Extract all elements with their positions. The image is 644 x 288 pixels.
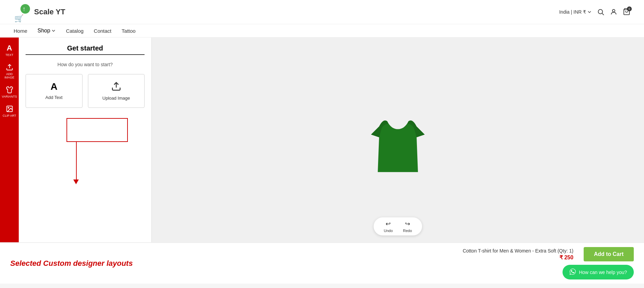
variants-icon <box>6 86 13 94</box>
chevron-down-icon <box>587 10 591 14</box>
annotation-container <box>26 118 145 184</box>
annotation-box <box>66 118 128 142</box>
tool-variants[interactable]: VARIANTS <box>0 83 19 101</box>
svg-text:🛒: 🛒 <box>14 14 24 22</box>
svg-text:↑: ↑ <box>23 5 26 12</box>
user-icon[interactable] <box>610 8 617 16</box>
tool-add-image[interactable]: ADD IMAGE <box>0 61 19 82</box>
design-panel: Get started How do you want to start? A … <box>19 38 152 242</box>
shop-chevron-icon <box>51 29 56 33</box>
redo-button[interactable]: ↪ Redo <box>403 220 412 233</box>
redo-icon: ↪ <box>405 220 410 228</box>
preview-controls: ↩ Undo ↪ Redo <box>374 217 422 235</box>
cart-count: 0 <box>627 6 632 11</box>
undo-icon: ↩ <box>386 220 391 228</box>
whatsapp-label: How can we help you? <box>579 270 627 275</box>
add-to-cart-button[interactable]: Add to Cart <box>584 247 634 261</box>
preview-area: ↩ Undo ↪ Redo <box>152 38 644 242</box>
add-text-card[interactable]: A Add Text <box>26 74 83 108</box>
nav-contact[interactable]: Contact <box>94 28 111 34</box>
panel-divider <box>26 54 145 55</box>
product-info: Cotton T-shirt for Men & Women - Extra S… <box>463 248 573 261</box>
upload-image-card-label: Upload Image <box>102 96 130 101</box>
nav-catalog[interactable]: Catalog <box>66 28 84 34</box>
svg-point-5 <box>612 10 615 12</box>
bottom-right-actions: Cotton T-shirt for Men & Women - Extra S… <box>463 247 634 279</box>
bottom-right-top: Cotton T-shirt for Men & Women - Extra S… <box>463 247 634 261</box>
header-right: India | INR ₹ 0 <box>559 8 630 16</box>
nav-home[interactable]: Home <box>14 28 27 34</box>
locale-text: India | INR ₹ <box>559 9 586 15</box>
svg-point-9 <box>8 107 9 108</box>
tool-sidebar: A TEXT ADD IMAGE VARIANTS <box>0 38 19 242</box>
panel-title: Get started <box>26 44 145 52</box>
text-icon: A <box>7 44 12 53</box>
main-nav: Home Shop Catalog Contact Tattoo <box>0 24 644 38</box>
annotation-line <box>76 142 77 179</box>
clip-art-label: CLIP ART <box>3 114 16 117</box>
tool-text-label: TEXT <box>5 53 13 57</box>
add-text-card-label: Add Text <box>45 95 62 100</box>
product-price: ₹ 250 <box>559 254 573 261</box>
clip-art-icon <box>6 105 13 113</box>
search-icon[interactable] <box>597 8 604 16</box>
bottom-bar: Selected Custom designer layouts Cotton … <box>0 242 644 284</box>
nav-tattoo[interactable]: Tattoo <box>122 28 136 34</box>
add-image-icon <box>6 63 13 72</box>
undo-button[interactable]: ↩ Undo <box>384 220 393 233</box>
logo-text: Scale YT <box>34 8 65 16</box>
nav-shop[interactable]: Shop <box>38 28 56 34</box>
whatsapp-button[interactable]: How can we help you? <box>563 265 634 279</box>
undo-label: Undo <box>384 229 393 233</box>
cart-icon[interactable]: 0 <box>623 8 630 16</box>
logo-icon: 🛒 ↑ <box>14 3 31 20</box>
variants-label: VARIANTS <box>2 95 17 98</box>
selected-layouts-label: Selected Custom designer layouts <box>10 259 133 268</box>
add-image-label: ADD IMAGE <box>1 72 17 79</box>
redo-label: Redo <box>403 229 412 233</box>
option-cards: A Add Text Upload Image <box>26 74 145 108</box>
tshirt-preview <box>360 102 435 177</box>
add-text-card-icon: A <box>50 81 57 92</box>
panel-subtitle: How do you want to start? <box>26 62 145 67</box>
upload-image-card-icon <box>111 81 121 93</box>
logo-area: 🛒 ↑ Scale YT <box>14 3 65 20</box>
whatsapp-icon <box>569 268 576 276</box>
svg-point-3 <box>598 10 603 14</box>
locale-selector[interactable]: India | INR ₹ <box>559 9 591 15</box>
product-name: Cotton T-shirt for Men & Women - Extra S… <box>463 248 573 254</box>
annotation-arrowhead <box>73 179 79 184</box>
main-container: A TEXT ADD IMAGE VARIANTS <box>0 38 644 242</box>
tool-text[interactable]: A TEXT <box>0 41 19 59</box>
tshirt-container <box>152 38 644 242</box>
svg-line-4 <box>602 13 604 15</box>
upload-image-card[interactable]: Upload Image <box>88 74 145 108</box>
header: 🛒 ↑ Scale YT India | INR ₹ 0 <box>0 0 644 24</box>
tool-clip-art[interactable]: CLIP ART <box>0 102 19 120</box>
